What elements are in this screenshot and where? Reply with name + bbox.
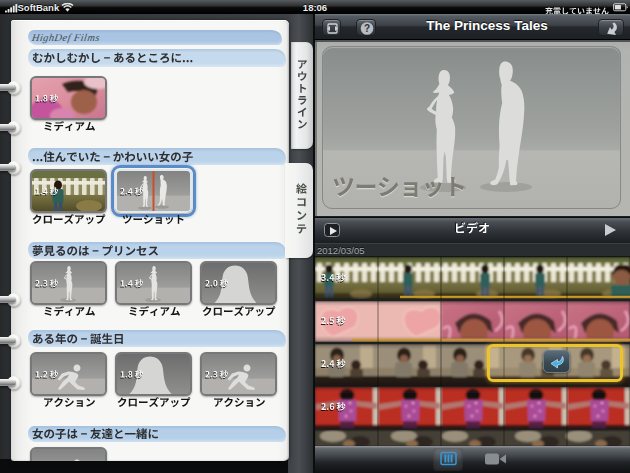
svg-text:?: ? [364, 23, 370, 34]
